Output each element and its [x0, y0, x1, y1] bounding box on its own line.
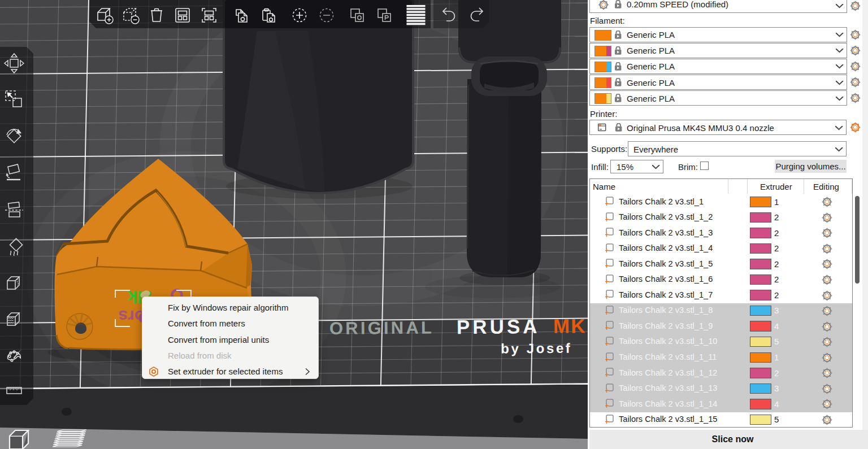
svg-text:by Josef: by Josef: [501, 341, 572, 356]
svg-text:ORIGINAL: ORIGINAL: [329, 318, 434, 338]
svg-text:MK: MK: [553, 315, 587, 337]
svg-text:PRUSA: PRUSA: [457, 315, 540, 338]
